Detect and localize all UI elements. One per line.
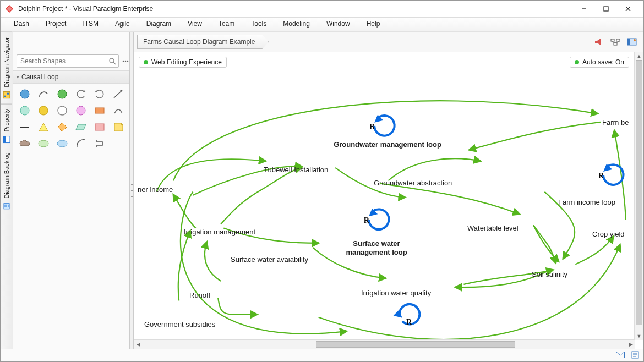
- app-window: Dolphin Project * - Visual Paradigm Ente…: [0, 0, 644, 362]
- node-surface-loop-title-2[interactable]: management loop: [338, 248, 415, 256]
- scroll-thumb[interactable]: [636, 60, 642, 325]
- rail-tab-label: Diagram Navigator: [3, 37, 10, 87]
- menu-team[interactable]: Team: [211, 19, 242, 29]
- menu-itsm[interactable]: ITSM: [75, 19, 106, 29]
- panel-toggle-button[interactable]: [624, 35, 640, 49]
- shape-curve[interactable]: [110, 103, 127, 118]
- svg-rect-37: [614, 43, 617, 45]
- shape-ellipse-green[interactable]: [35, 136, 52, 151]
- search-input[interactable]: [17, 57, 106, 65]
- node-ground-abstraction[interactable]: Groundwater abstraction: [374, 179, 452, 187]
- shape-cloud[interactable]: [17, 136, 33, 151]
- backlog-icon: [2, 202, 11, 211]
- shape-rect-pink[interactable]: [91, 120, 108, 134]
- svg-point-34: [57, 140, 67, 147]
- shape-parallelogram[interactable]: [73, 120, 89, 134]
- loop-letter-r: R: [598, 171, 604, 180]
- menu-project[interactable]: Project: [38, 19, 74, 29]
- shape-arc[interactable]: [35, 87, 52, 101]
- chevron-down-icon: ▾: [17, 74, 19, 80]
- menu-modeling[interactable]: Modeling: [275, 19, 318, 29]
- shape-bracket[interactable]: [91, 136, 108, 151]
- rail-tab-backlog[interactable]: Diagram Backlog: [1, 148, 12, 215]
- scroll-left-icon[interactable]: ◀: [134, 340, 142, 349]
- scroll-thumb[interactable]: [316, 341, 515, 348]
- scroll-right-icon[interactable]: ▶: [627, 340, 635, 349]
- shape-quarter-arc[interactable]: [73, 136, 89, 151]
- horizontal-scrollbar[interactable]: ◀ ▶: [134, 339, 635, 349]
- maximize-button[interactable]: [595, 2, 617, 16]
- shape-loop-ccw-icon[interactable]: [73, 87, 89, 101]
- palette-section-title: Causal Loop: [21, 73, 58, 81]
- menu-help[interactable]: Help: [359, 19, 388, 29]
- close-button[interactable]: [617, 2, 639, 16]
- svg-rect-7: [4, 96, 6, 97]
- note-icon[interactable]: [631, 351, 639, 360]
- node-crop-yield[interactable]: Crop yield: [592, 230, 625, 238]
- shape-ellipse-blue[interactable]: [54, 136, 70, 151]
- menu-agile[interactable]: Agile: [107, 19, 138, 29]
- node-irrigation-quality[interactable]: Irrigation water quality: [361, 289, 431, 297]
- node-irrigation-management[interactable]: Irrigation management: [184, 228, 255, 236]
- menu-window[interactable]: Window: [319, 19, 358, 29]
- node-farm-income-loop[interactable]: Farm income loop: [558, 198, 615, 206]
- rail-tab-property[interactable]: Property: [1, 104, 12, 149]
- node-groundwater-loop-title[interactable]: Groundwater management loop: [316, 140, 459, 149]
- palette-section-header[interactable]: ▾ Causal Loop: [13, 70, 129, 84]
- node-runoff[interactable]: Runoff: [189, 291, 210, 299]
- shape-diamond-orange[interactable]: [54, 120, 70, 134]
- node-income[interactable]: ner income: [138, 185, 173, 194]
- loop-letter-b: B: [369, 122, 375, 131]
- node-surface-water-availability[interactable]: Surface water avaiability: [231, 255, 308, 264]
- vertical-scrollbar[interactable]: ▲ ▼: [634, 52, 643, 340]
- svg-point-24: [39, 106, 48, 115]
- menu-dash[interactable]: Dash: [6, 19, 37, 29]
- svg-marker-31: [76, 124, 86, 130]
- node-gov-subsidies[interactable]: Government subsidies: [144, 320, 215, 328]
- announce-button[interactable]: [591, 35, 607, 49]
- shape-search[interactable]: [17, 54, 119, 68]
- svg-rect-27: [95, 108, 104, 113]
- menubar: Dash Project ITSM Agile Diagram View Tea…: [1, 18, 643, 31]
- menu-tools[interactable]: Tools: [243, 19, 274, 29]
- svg-rect-35: [611, 39, 614, 41]
- svg-point-23: [20, 106, 29, 115]
- svg-point-16: [127, 61, 129, 62]
- scroll-down-icon[interactable]: ▼: [635, 332, 643, 340]
- shape-triangle-yellow[interactable]: [35, 120, 52, 134]
- body: Diagram Navigator Property Diagram Backl…: [1, 31, 643, 349]
- node-watertable[interactable]: Watertable level: [467, 224, 519, 232]
- vertical-splitter[interactable]: [129, 32, 134, 349]
- shape-arrow-line[interactable]: [110, 87, 127, 101]
- node-farm-be[interactable]: Farm be: [602, 118, 629, 127]
- svg-point-12: [110, 58, 114, 63]
- breadcrumb[interactable]: Farms Causal Loop Diagram Example: [137, 35, 269, 49]
- node-soil-salinity[interactable]: Soil salinity: [532, 270, 567, 278]
- node-surface-loop-title-1[interactable]: Surface water: [338, 239, 415, 248]
- node-tubewell[interactable]: Tubewell Installation: [264, 166, 328, 174]
- mail-icon[interactable]: [616, 352, 625, 360]
- main-area: Farms Causal Loop Diagram Example Web Ed…: [134, 32, 643, 349]
- rail-tab-diagram-navigator[interactable]: Diagram Navigator: [1, 32, 12, 104]
- diagram-canvas[interactable]: Web Editing Experience Auto save: On: [134, 52, 643, 349]
- search-options-button[interactable]: [121, 54, 130, 68]
- top-toolbar: Farms Causal Loop Diagram Example: [134, 32, 643, 52]
- shape-circle-gray[interactable]: [54, 103, 70, 118]
- shape-palette: [13, 84, 129, 154]
- shape-circle-green[interactable]: [54, 87, 70, 101]
- shape-line[interactable]: [17, 120, 33, 134]
- shape-loop-cw-icon[interactable]: [91, 87, 108, 101]
- shape-circle-teal[interactable]: [17, 103, 33, 118]
- shape-rect-orange[interactable]: [91, 103, 108, 118]
- shape-circle-yellow[interactable]: [35, 103, 52, 118]
- search-icon: [106, 58, 118, 65]
- minimize-button[interactable]: [573, 2, 595, 16]
- side-rail: Diagram Navigator Property Diagram Backl…: [1, 32, 13, 349]
- menu-view[interactable]: View: [180, 19, 210, 29]
- layout-button[interactable]: [607, 35, 624, 49]
- shape-circle-pink[interactable]: [73, 103, 89, 118]
- scroll-up-icon[interactable]: ▲: [635, 52, 643, 60]
- shape-circle-blue[interactable]: [17, 87, 33, 101]
- menu-diagram[interactable]: Diagram: [139, 19, 179, 29]
- shape-note-yellow[interactable]: [110, 120, 127, 134]
